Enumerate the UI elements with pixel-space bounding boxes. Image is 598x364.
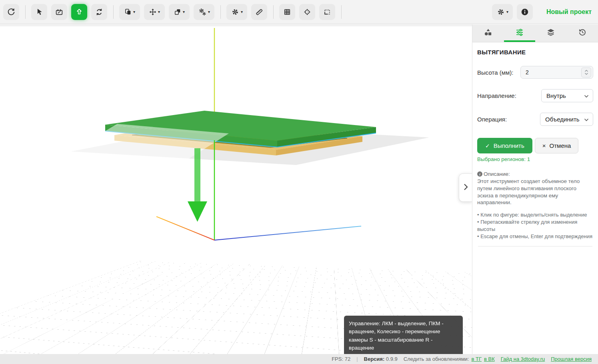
sync-tool-button[interactable] [91,4,107,20]
crosshair-icon [303,8,311,16]
operation-label: Операция: [477,116,507,123]
previous-version-link[interactable]: Прошлая версия [551,356,592,362]
selection-box-button[interactable] [319,4,335,20]
height-stepper[interactable] [581,68,591,78]
info-icon [520,8,529,16]
hint-item: Клик по фигуре: выделить/снять выделение [477,211,593,219]
move-dropdown-button[interactable]: ▾ [144,4,165,20]
gear-icon [231,8,240,16]
grid-toggle-button[interactable] [279,4,295,20]
cursor-icon [35,8,44,16]
focus-origin-button[interactable] [299,4,315,20]
chevron-down-icon: ▾ [183,10,185,14]
tab-settings[interactable] [504,24,536,42]
extrude-arrow-icon [75,8,84,16]
direction-select[interactable]: Внутрь [541,89,593,102]
grid-icon [283,8,291,16]
version-value: 0.9.9 [386,356,398,362]
statusbar-divider: | [356,356,358,362]
refresh-icon [7,8,16,16]
gear-icon [496,8,505,16]
new-project-link[interactable]: Новый проект [546,8,592,16]
toolbar-divider [341,5,342,19]
panel-tabs [472,24,598,42]
layers-icon [546,28,556,39]
axis-z-blue [214,226,361,240]
direction-label: Направление: [477,92,516,99]
measure-tool-button[interactable] [251,4,267,20]
properties-panel: ВЫТЯГИВАНИЕ Высота (мм): Направление: Вн… [472,24,598,354]
direction-value: Внутрь [546,92,566,99]
telegram-link[interactable]: в ТГ [472,356,482,362]
sketch-icon [55,8,64,16]
chevron-down-icon [584,92,589,99]
tool-settings-dropdown-button[interactable]: ▾ [226,4,247,20]
hint-item: Escape для отмены, Enter для подтвержден… [477,233,593,240]
height-label: Высота (мм): [477,69,513,76]
toolbar-divider [220,5,221,19]
marquee-icon [323,8,331,16]
panel-content: ВЫТЯГИВАНИЕ Высота (мм): Направление: Вн… [472,49,598,247]
height-input[interactable] [522,69,570,76]
vk-link[interactable]: в ВК [484,356,495,362]
panel-collapse-handle[interactable] [459,173,472,202]
duplicate-dropdown-button[interactable]: ▾ [169,4,190,20]
cancel-button[interactable]: × Отмена [535,138,579,153]
tab-layers[interactable] [535,24,567,42]
height-input-wrap [520,66,593,79]
info-button[interactable] [517,4,533,20]
scene-overlay [0,24,472,354]
operation-value: Объединить [545,116,580,123]
chevron-down-icon [584,116,589,123]
description-text: Этот инструмент создает объемное тело пу… [477,178,593,206]
chevron-down-icon: ▾ [158,10,160,14]
shapes-icon [483,28,493,39]
fps-counter: FPS: 72 [332,356,350,362]
gears-icon [198,8,207,16]
paste-dropdown-button[interactable]: ▾ [119,4,140,20]
main-toolbar: ▾ ▾ ▾ ▾ ▾ [0,0,598,24]
refresh-button[interactable] [3,4,19,20]
updates-group: Следить за обновлениями: в ТГ в ВК [404,356,495,362]
ruler-icon [255,8,264,16]
app-window: ▾ ▾ ▾ ▾ ▾ [0,0,598,364]
action-buttons-row: ✓ Выполнить × Отмена [477,138,593,153]
axis-x-red [156,217,214,240]
sketch-tool-button[interactable] [51,4,67,20]
check-icon: ✓ [485,143,490,149]
version-label: Версия: [364,356,385,362]
chevron-down-icon: ▾ [506,10,508,14]
cancel-label: Отмена [550,142,571,149]
chevron-down-icon: ▾ [241,10,243,14]
status-bar: FPS: 72 | Версия: 0.9.9 Следить за обнов… [0,354,598,364]
tool-title: ВЫТЯГИВАНИЕ [477,49,593,56]
tab-shapes[interactable] [472,24,504,42]
tab-history[interactable] [567,24,598,42]
hints-list: Клик по фигуре: выделить/снять выделение… [477,211,593,240]
move-icon [149,8,157,16]
hint-item: Перетаскивайте стрелку для изменения выс… [477,219,593,233]
sync-icon [95,8,104,16]
selected-regions-status: Выбрано регионов: 1 [477,156,593,162]
chevron-right-icon [463,183,468,193]
modifiers-dropdown-button[interactable]: ▾ [194,4,214,20]
extrude-tool-button[interactable] [71,4,87,20]
execute-label: Выполнить [494,142,524,149]
direction-field-row: Направление: Внутрь [477,89,593,102]
viewport-3d-canvas[interactable]: Управление: ЛКМ - выделение, ПКМ - враще… [0,24,472,354]
chevron-down-icon: ▾ [133,10,135,14]
select-tool-button[interactable] [31,4,47,20]
operation-select[interactable]: Объединить [540,113,593,126]
toolbar-divider [113,5,114,19]
height-field-row: Высота (мм): [477,66,593,79]
execute-button[interactable]: ✓ Выполнить [477,138,532,153]
sliders-icon [515,28,524,39]
app-settings-dropdown-button[interactable]: ▾ [492,4,513,20]
guide-link[interactable]: Гайд на 3dtoday.ru [501,356,545,362]
info-icon: i [477,171,482,177]
duplicate-icon [174,8,182,16]
pages-icon [124,8,132,16]
toolbar-divider [25,5,26,19]
updates-label: Следить за обновлениями: [404,356,469,362]
chevron-down-icon: ▾ [208,10,210,14]
